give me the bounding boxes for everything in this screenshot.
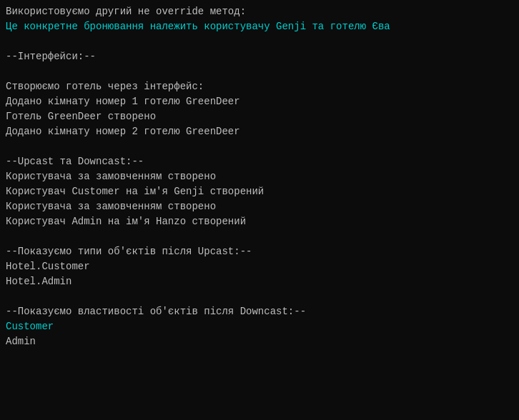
- terminal-line-2: Це конкретне бронювання належить користу…: [6, 19, 513, 34]
- terminal-line-4: --Інтерфейси:--: [6, 49, 513, 64]
- terminal-line-19: Hotel.Admin: [6, 274, 513, 289]
- terminal-line-14: Користувача за замовченням створено: [6, 199, 513, 214]
- terminal-line-12: Користувача за замовченням створено: [6, 169, 513, 184]
- terminal-line-21: --Показуємо властивості об'єктів після D…: [6, 304, 513, 319]
- terminal-line-1: Використовуємо другий не override метод:: [6, 4, 513, 19]
- terminal-line-16: [6, 229, 513, 244]
- terminal-line-3: [6, 34, 513, 49]
- terminal-line-17: --Показуємо типи об'єктів після Upcast:-…: [6, 244, 513, 259]
- terminal-line-20: [6, 289, 513, 304]
- terminal-line-23: Admin: [6, 334, 513, 349]
- terminal-line-10: [6, 139, 513, 154]
- terminal-line-15: Користувач Admin на ім'я Hanzo створений: [6, 214, 513, 229]
- terminal-line-7: Додано кімнату номер 1 готелю GreenDeer: [6, 94, 513, 109]
- terminal-line-5: [6, 64, 513, 79]
- terminal-line-18: Hotel.Customer: [6, 259, 513, 274]
- terminal-line-11: --Upcast та Downcast:--: [6, 154, 513, 169]
- terminal-line-13: Користувач Customer на ім'я Genji створе…: [6, 184, 513, 199]
- terminal-line-22: Customer: [6, 319, 513, 334]
- terminal-line-9: Додано кімнату номер 2 готелю GreenDeer: [6, 124, 513, 139]
- terminal-window: Використовуємо другий не override метод:…: [0, 0, 519, 420]
- terminal-line-6: Створюємо готель через інтерфейс:: [6, 79, 513, 94]
- terminal-line-8: Готель GreenDeer створено: [6, 109, 513, 124]
